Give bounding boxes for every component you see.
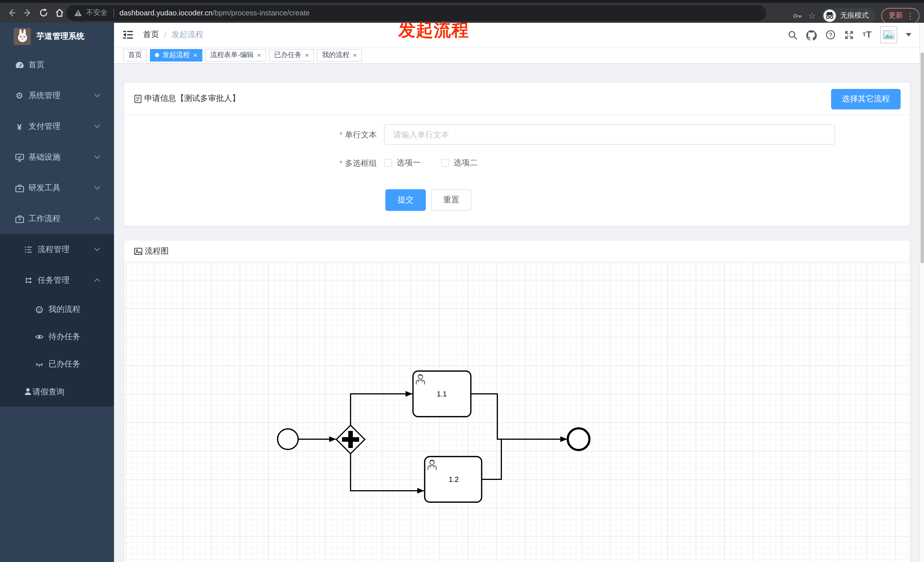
eye-closed-icon (34, 360, 44, 369)
user-task-1-1[interactable]: 1.1 (413, 371, 471, 417)
image-icon (134, 247, 142, 255)
user-icon (23, 387, 33, 397)
sidebar-item-label: 支付管理 (28, 121, 60, 132)
form-row-checkbox: *多选框组 选项一 选项二 (124, 157, 910, 169)
start-event[interactable] (278, 429, 298, 450)
card-title: 流程图 (145, 246, 169, 256)
github-icon[interactable] (806, 29, 817, 40)
choose-other-process-button[interactable]: 选择其它流程 (831, 89, 901, 109)
sidebar-item-process-mgmt[interactable]: 流程管理 (0, 234, 114, 265)
tag-start-process[interactable]: 发起流程× (150, 49, 202, 61)
sidebar-item-todo-tasks[interactable]: 待办任务 (0, 323, 114, 351)
collapse-sidebar-icon[interactable] (123, 30, 134, 39)
card-header: 申请信息【测试多审批人】 选择其它流程 (124, 82, 910, 115)
font-size-icon[interactable]: TT (862, 30, 872, 39)
avatar-caret-icon[interactable] (906, 33, 912, 36)
end-event[interactable] (568, 428, 590, 450)
sidebar-item-workflow[interactable]: 工作流程 (0, 204, 114, 234)
reset-button[interactable]: 重置 (431, 189, 471, 211)
close-icon[interactable]: × (305, 52, 309, 58)
avatar[interactable] (880, 26, 897, 43)
back-icon[interactable] (3, 5, 20, 21)
chevron-up-icon (94, 279, 100, 284)
sidebar-item-label: 首页 (28, 60, 45, 70)
sidebar-item-system[interactable]: ⚙ 系统管理 (0, 80, 114, 111)
url-text[interactable]: dashboard.yudao.iocoder.cn/bpm/process-i… (119, 9, 310, 17)
dashboard-icon (14, 60, 24, 70)
eye-icon (34, 332, 44, 342)
user-task-1-2[interactable]: 1.2 (424, 457, 482, 502)
sidebar-item-done-tasks[interactable]: 已办任务 (0, 351, 114, 378)
sidebar-item-devtools[interactable]: 研发工具 (0, 173, 114, 204)
single-line-text-input[interactable] (384, 124, 835, 145)
sidebar-item-label: 工作流程 (28, 214, 60, 224)
sidebar-item-label: 任务管理 (38, 275, 69, 286)
checkbox-label[interactable]: 选项一 (397, 158, 421, 168)
bpmn-diagram: 1.1 1.2 (124, 262, 910, 562)
workflow-submenu: 流程管理 任务管理 我的流程 (0, 234, 114, 406)
close-icon[interactable]: × (353, 52, 357, 58)
reload-icon[interactable] (35, 5, 51, 21)
page-scrollbar[interactable] (920, 23, 924, 562)
chevron-up-icon (94, 217, 100, 223)
tag-my-process[interactable]: 我的流程× (317, 49, 362, 61)
tag-form-edit[interactable]: 流程表单-编辑× (205, 49, 266, 61)
submit-button[interactable]: 提交 (386, 189, 426, 211)
tag-home[interactable]: 首页 (123, 49, 147, 61)
apply-info-card: 申请信息【测试多审批人】 选择其它流程 *单行文本 *多选框组 选项一 (124, 82, 910, 226)
task-label: 1.2 (449, 475, 459, 483)
bpmn-canvas[interactable]: 1.1 1.2 (124, 262, 910, 562)
home-icon[interactable] (51, 5, 67, 21)
chevron-down-icon (94, 184, 100, 189)
sidebar-item-infra[interactable]: 基础设施 (0, 142, 114, 173)
sidebar-item-home[interactable]: 首页 (0, 49, 114, 80)
checkbox-option2[interactable] (441, 159, 449, 167)
yen-icon: ¥ (14, 121, 24, 132)
monitor-icon (14, 152, 24, 162)
chevron-down-icon (94, 91, 100, 97)
checkbox-label[interactable]: 选项二 (454, 158, 478, 168)
breadcrumb-home[interactable]: 首页 (143, 30, 159, 40)
page-content: 申请信息【测试多审批人】 选择其它流程 *单行文本 *多选框组 选项一 (114, 64, 920, 562)
forward-icon[interactable] (20, 5, 35, 21)
browser-menu-icon[interactable]: ⋮ (906, 12, 914, 19)
sidebar-logo[interactable]: 芋道管理系统 (0, 23, 114, 49)
incognito-badge: 无痕模式 (821, 8, 876, 24)
security-label[interactable]: 不安全 (86, 8, 108, 18)
scrollbar-thumb[interactable] (921, 52, 924, 263)
checkbox-option1[interactable] (384, 159, 392, 167)
sidebar-item-label: 系统管理 (28, 91, 60, 101)
chevron-down-icon (94, 245, 100, 251)
sidebar-item-label: 研发工具 (28, 183, 60, 193)
key-icon[interactable] (792, 10, 802, 21)
fullscreen-icon[interactable] (844, 30, 854, 40)
app-window: 芋道管理系统 首页 ⚙ 系统管理 ¥ 支付管理 (0, 23, 924, 562)
task-label: 1.1 (437, 390, 447, 398)
parallel-gateway[interactable] (336, 425, 365, 454)
face-icon (34, 305, 44, 314)
chevron-down-icon (94, 153, 100, 159)
tag-done-tasks[interactable]: 已办任务× (269, 49, 314, 61)
org-flow-icon (23, 276, 33, 285)
svg-text:?: ? (829, 31, 832, 38)
search-icon[interactable] (788, 30, 798, 40)
flow-gateway-to-task2 (351, 454, 424, 491)
browser-toolbar: 不安全 dashboard.yudao.iocoder.cn/bpm/proce… (0, 3, 924, 23)
browser-chrome: 不安全 dashboard.yudao.iocoder.cn/bpm/proce… (0, 0, 924, 23)
sidebar-item-payment[interactable]: ¥ 支付管理 (0, 111, 114, 142)
sidebar-item-task-mgmt[interactable]: 任务管理 (0, 265, 114, 296)
update-button[interactable]: 更新 ⋮ (881, 8, 920, 24)
close-icon[interactable]: × (257, 52, 261, 58)
app-header: 首页 / 发起流程 ? T (114, 23, 920, 47)
tab-strip (0, 0, 924, 3)
sidebar-item-label: 已办任务 (48, 359, 80, 369)
bookmark-star-icon[interactable]: ☆ (808, 10, 816, 21)
close-icon[interactable]: × (193, 52, 197, 58)
help-icon[interactable]: ? (825, 30, 836, 40)
chevron-down-icon (94, 122, 100, 128)
incognito-label: 无痕模式 (840, 11, 869, 21)
url-bar[interactable]: 不安全 dashboard.yudao.iocoder.cn/bpm/proce… (66, 5, 766, 21)
sidebar-item-leave-query[interactable]: 请假查询 (0, 378, 114, 406)
checkbox-group: 选项一 选项二 (384, 157, 478, 169)
sidebar-item-my-process[interactable]: 我的流程 (0, 296, 114, 323)
